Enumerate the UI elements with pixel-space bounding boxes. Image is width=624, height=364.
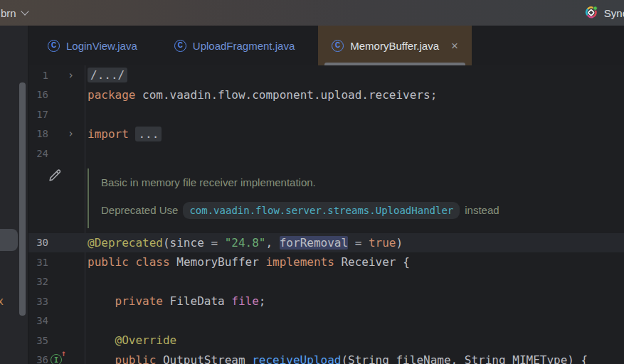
project-panel-edge: x: [0, 26, 28, 364]
implements-method-icon[interactable]: I↑: [51, 354, 62, 364]
code-text[interactable]: /.../: [88, 68, 127, 82]
code-line: 17: [28, 105, 624, 124]
project-switcher[interactable]: brn: [1, 7, 28, 19]
token-kw: import: [88, 127, 129, 141]
token-kw: true: [369, 236, 396, 250]
plugin-label: Syne: [604, 7, 624, 19]
code-text[interactable]: @Override: [88, 333, 176, 347]
topbar-right-widget[interactable]: Syne: [584, 6, 624, 20]
rendered-javadoc-row: Basic in memory file receiver implementa…: [28, 164, 624, 233]
pencil-icon[interactable]: [47, 168, 63, 186]
gutter-slot: ›: [48, 65, 88, 85]
token-plain: OutputStream: [156, 353, 252, 364]
gutter-slot: [48, 233, 88, 253]
code-text[interactable]: private FileData file;: [88, 294, 265, 308]
override-arrow-icon: ↑: [61, 348, 66, 358]
token-field: file: [231, 294, 259, 308]
token-plain: [88, 333, 115, 347]
code-line: 16package com.vaadin.flow.component.uplo…: [28, 85, 624, 105]
close-icon[interactable]: ×: [451, 40, 458, 52]
token-plain: com.vaadin.flow.component.upload.receive…: [135, 88, 437, 102]
main-toolbar: brn Syne: [0, 0, 624, 26]
javadoc-block: Basic in memory file receiver implementa…: [88, 168, 499, 228]
gutter-slot: [48, 144, 88, 164]
token-method: receiveUpload: [252, 353, 341, 364]
tab-loginview-java[interactable]: C LoginView.java: [34, 26, 151, 65]
deprecated-replacement-link[interactable]: com.vaadin.flow.server.streams.UploadHan…: [183, 202, 460, 219]
javadoc-summary: Basic in memory file receiver implementa…: [101, 176, 499, 190]
code-text[interactable]: import ...: [88, 127, 162, 141]
code-line: 33 private FileData file;: [28, 291, 624, 311]
deprecated-text: Deprecated Use: [101, 203, 178, 218]
fold-arrow-icon[interactable]: ›: [68, 70, 74, 80]
token-plain: ;: [259, 294, 266, 308]
code-line: 34: [28, 311, 624, 331]
line-number[interactable]: 1: [28, 70, 48, 81]
code-text[interactable]: public class MemoryBuffer implements Rec…: [88, 255, 410, 269]
token-ann: @Deprecated: [88, 236, 163, 250]
line-number[interactable]: 32: [28, 276, 48, 287]
gutter-slot: [48, 331, 88, 350]
code-line: 24: [28, 144, 624, 164]
line-number[interactable]: 36: [28, 354, 48, 364]
line-number[interactable]: 33: [28, 296, 48, 307]
gutter-slot: [48, 252, 88, 272]
project-panel-scrollbar[interactable]: [19, 82, 26, 316]
token-plain: Receiver {: [334, 255, 410, 269]
code-line: 31public class MemoryBuffer implements R…: [28, 252, 624, 272]
token-plain: [129, 127, 136, 141]
editor-tab-bar: C LoginView.java C UploadFragment.java C…: [28, 26, 624, 65]
tab-uploadfragment-java[interactable]: C UploadFragment.java: [161, 26, 308, 65]
code-editor[interactable]: 1›/.../16package com.vaadin.flow.compone…: [28, 65, 624, 364]
gutter-slot: [48, 105, 88, 124]
code-line: 32: [28, 272, 624, 292]
code-line: 36I↑ public OutputStream receiveUpload(S…: [28, 350, 624, 364]
line-number[interactable]: 34: [28, 315, 48, 326]
token-hl: forRemoval: [280, 236, 348, 250]
token-plain: ): [396, 236, 403, 250]
fold-arrow-icon[interactable]: ›: [68, 129, 74, 139]
token-kw: implements: [265, 255, 334, 269]
project-name: brn: [1, 7, 16, 19]
tab-label: MemoryBuffer.java: [350, 40, 439, 52]
token-ann: @Override: [115, 333, 177, 347]
code-text[interactable]: @Deprecated(since = "24.8", forRemoval =…: [88, 236, 403, 250]
token-kw: public: [115, 353, 157, 364]
line-number[interactable]: 35: [28, 335, 48, 346]
tab-memorybuffer-java[interactable]: C MemoryBuffer.java ×: [318, 26, 472, 65]
code-line: 18›import ...: [28, 124, 624, 144]
code-text[interactable]: public OutputStream receiveUpload(String…: [88, 353, 588, 364]
plugin-logo-icon: [584, 6, 598, 20]
token-plain: [88, 353, 115, 364]
line-number[interactable]: 24: [28, 148, 48, 159]
java-class-icon: C: [174, 40, 186, 52]
gutter-slot: [48, 311, 88, 331]
line-number[interactable]: 31: [28, 257, 48, 268]
line-number[interactable]: 30: [28, 237, 48, 248]
tab-label: UploadFragment.java: [193, 40, 295, 52]
token-fold: ...: [135, 127, 162, 141]
line-number[interactable]: 16: [28, 89, 48, 100]
token-kw: class: [135, 255, 169, 269]
token-plain: MemoryBuffer: [170, 255, 266, 269]
tab-label: LoginView.java: [66, 40, 137, 52]
token-plain: ,: [265, 236, 279, 250]
token-plain: FileData: [163, 294, 231, 308]
project-tree-selected-row[interactable]: [0, 229, 18, 251]
line-number[interactable]: 18: [28, 128, 48, 139]
token-plain: [88, 294, 115, 308]
code-line: 35 @Override: [28, 331, 624, 350]
token-plain: (since =: [163, 236, 225, 250]
project-tree-item-fragment: x: [0, 295, 4, 308]
code-line: 30@Deprecated(since = "24.8", forRemoval…: [28, 233, 624, 253]
code-line: 1›/.../: [28, 65, 624, 85]
gutter-slot: [48, 291, 88, 311]
deprecated-text-post: instead: [465, 203, 499, 218]
gutter-slot: [48, 85, 88, 105]
token-plain: (String fileName, String MIMEType) {: [341, 353, 588, 364]
code-text[interactable]: package com.vaadin.flow.component.upload…: [88, 88, 437, 102]
line-number[interactable]: 17: [28, 109, 48, 120]
token-plain: [129, 255, 136, 269]
token-kw: package: [88, 88, 135, 102]
token-kw: public: [88, 255, 129, 269]
